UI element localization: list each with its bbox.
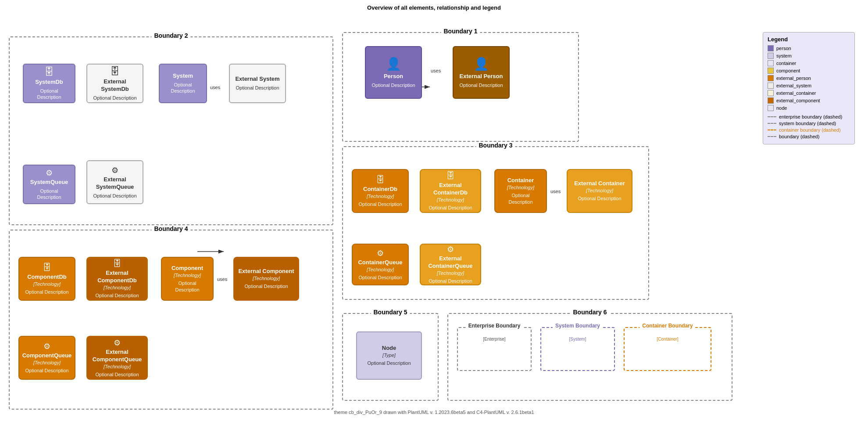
- boundary-1: Boundary 1 👤 Person Optional Description…: [342, 32, 579, 142]
- external-containerdb-card: 🗄 External ContainerDb [Technology] Opti…: [420, 169, 481, 213]
- enterprise-boundary-sub: [Enterprise]: [458, 329, 531, 343]
- boundary-5-title: Boundary 5: [371, 309, 410, 316]
- external-componentqueue-card: ⚙ External ComponentQueue [Technology] O…: [86, 336, 148, 380]
- boundary-1-title: Boundary 1: [441, 28, 480, 35]
- system-card: System Optional Description: [159, 64, 207, 103]
- legend-line-system-boundary: system boundary (dashed): [768, 121, 850, 126]
- footer-text: theme cb_div_PuOr_9 drawn with PlantUML …: [0, 410, 868, 415]
- legend-item-node: node: [768, 105, 850, 111]
- container-boundary-sub: [Container]: [625, 329, 711, 343]
- componentdb-card: 🗄 ComponentDb [Technology] Optional Desc…: [18, 257, 75, 301]
- uses-label-3: uses: [550, 189, 561, 194]
- system-boundary-title: System Boundary: [553, 323, 603, 329]
- legend-swatch-system: [768, 53, 774, 59]
- external-containerqueue-card: ⚙ External ContainerQueue [Technology] O…: [420, 244, 481, 285]
- boundary-6: Boundary 6 Enterprise Boundary [Enterpri…: [447, 313, 732, 401]
- boundary-2-title: Boundary 2: [151, 32, 190, 39]
- systemqueue-card: ⚙ SystemQueue Optional Description: [23, 165, 75, 204]
- legend-swatch-external-system: [768, 83, 774, 89]
- legend-item-system: system: [768, 53, 850, 59]
- systemdb-card: 🗄 SystemDb Optional Description: [23, 64, 75, 103]
- container-card: Container [Technology] Optional Descript…: [494, 169, 547, 213]
- boundary-4: Boundary 4 🗄 ComponentDb [Technology] Op…: [9, 230, 333, 410]
- enterprise-boundary-title: Enterprise Boundary: [466, 323, 523, 329]
- node-card: Node [Type] Optional Description: [356, 331, 422, 380]
- legend-item-external-container: external_container: [768, 90, 850, 96]
- legend-item-external-component: external_component: [768, 97, 850, 104]
- legend-swatch-external-container: [768, 90, 774, 96]
- legend-swatch-external-person: [768, 75, 774, 81]
- legend-swatch-external-component: [768, 97, 774, 104]
- legend-box: Legend person system container component…: [763, 32, 855, 144]
- containerqueue-card: ⚙ ContainerQueue [Technology] Optional D…: [352, 244, 409, 285]
- containerdb-card: 🗄 ContainerDb [Technology] Optional Desc…: [352, 169, 409, 213]
- legend-dashed-container-boundary: [768, 130, 776, 130]
- system-boundary-box: System Boundary [System]: [540, 327, 615, 371]
- uses-label-4: uses: [217, 277, 227, 282]
- external-system-card: External System Optional Description: [229, 64, 286, 103]
- legend-swatch-person: [768, 45, 774, 51]
- boundary-2: Boundary 2 🗄 SystemDb Optional Descripti…: [9, 36, 333, 225]
- boundary-6-title: Boundary 6: [570, 309, 609, 316]
- legend-dashed-enterprise: [768, 116, 776, 117]
- enterprise-boundary-box: Enterprise Boundary [Enterprise]: [457, 327, 532, 371]
- person-card: 👤 Person Optional Description: [365, 46, 422, 99]
- legend-swatch-container: [768, 60, 774, 66]
- boundary-5: Boundary 5 Node [Type] Optional Descript…: [342, 313, 439, 401]
- legend-dashed-system-boundary: [768, 123, 776, 124]
- external-component-card: External Component [Technology] Optional…: [233, 257, 299, 301]
- boundary-4-title: Boundary 4: [151, 225, 190, 232]
- legend-line-enterprise: enterprise boundary (dashed): [768, 114, 850, 119]
- container-boundary-box: Container Boundary [Container]: [624, 327, 711, 371]
- legend-line-container-boundary: container boundary (dashed): [768, 127, 850, 133]
- uses-label-2: uses: [431, 68, 441, 73]
- component-card: Component [Technology] Optional Descript…: [161, 257, 214, 301]
- external-person-card: 👤 External Person Optional Description: [453, 46, 510, 99]
- legend-line-boundary: boundary (dashed): [768, 134, 850, 139]
- system-boundary-sub: [System]: [541, 329, 614, 343]
- legend-item-external-person: external_person: [768, 75, 850, 81]
- componentqueue-card: ⚙ ComponentQueue [Technology] Optional D…: [18, 336, 75, 380]
- legend-swatch-component: [768, 68, 774, 74]
- legend-item-person: person: [768, 45, 850, 51]
- external-systemqueue-card: ⚙ External SystemQueue Optional Descript…: [86, 160, 143, 204]
- container-boundary-title: Container Boundary: [639, 323, 695, 329]
- external-componentdb-card: 🗄 External ComponentDb [Technology] Opti…: [86, 257, 148, 301]
- legend-item-container: container: [768, 60, 850, 66]
- external-container-card: External Container [Technology] Optional…: [567, 169, 632, 213]
- boundary-3: Boundary 3 🗄 ContainerDb [Technology] Op…: [342, 146, 649, 300]
- page-title: Overview of all elements, relationship a…: [0, 0, 868, 14]
- uses-label-1: uses: [210, 85, 220, 90]
- legend-item-external-system: external_system: [768, 83, 850, 89]
- external-systemdb-card: 🗄 External SystemDb Optional Description: [86, 64, 143, 103]
- legend-dashed-boundary: [768, 136, 776, 137]
- legend-swatch-node: [768, 105, 774, 111]
- legend-item-component: component: [768, 68, 850, 74]
- boundary-3-title: Boundary 3: [476, 142, 515, 149]
- legend-title: Legend: [768, 36, 850, 43]
